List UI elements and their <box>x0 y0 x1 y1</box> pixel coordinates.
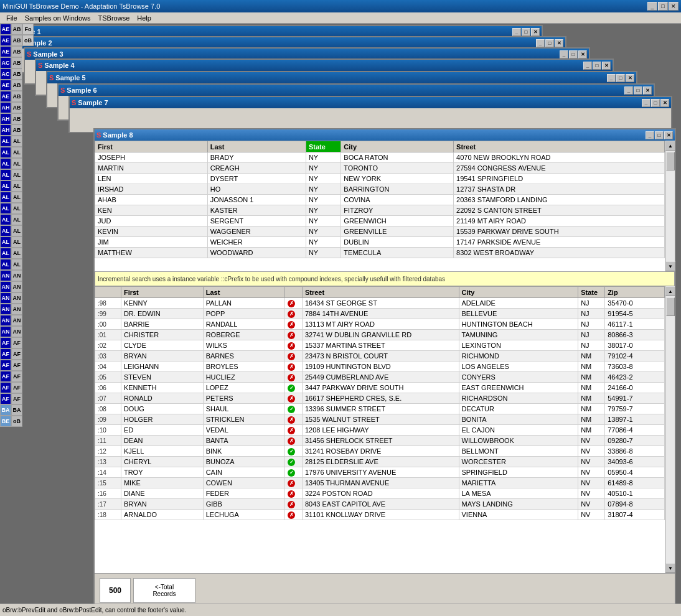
cell-last: SHAUL <box>203 404 285 414</box>
cell-city: HUNTINGTON BEACH <box>459 319 578 330</box>
upper-table-row[interactable]: KEN KASTER NY FITZROY 22092 S CANTON STR… <box>95 205 665 216</box>
lower-table-row[interactable]: :98 KENNY PALLAN ✗ 16434 ST GEORGE ST AD… <box>95 298 665 309</box>
cell-state: NV <box>578 510 605 520</box>
cell-last: BUNOZA <box>203 457 285 467</box>
scroll-down-btn[interactable]: ▼ <box>665 261 675 271</box>
maximize-button[interactable]: □ <box>658 2 668 11</box>
cell-last: WOODWARD <box>207 248 306 258</box>
upper-table-row[interactable]: LEN DYSERT NY NEW YORK 19541 SPRINGFIELD <box>95 174 665 184</box>
lower-table-row[interactable]: :14 TROY CAIN ✓ 17976 UNIVERSITY AVENUE … <box>95 467 665 478</box>
cell-street: 25449 CUMBERLAND AVE <box>302 372 459 383</box>
lower-scroll-up[interactable]: ▲ <box>665 286 675 296</box>
s4-min[interactable]: _ <box>583 62 592 70</box>
scroll-up-btn[interactable]: ▲ <box>665 141 675 151</box>
upper-table-row[interactable]: JOSEPH BRADY NY BOCA RATON 4070 NEW BROO… <box>95 152 665 163</box>
s4-close[interactable]: ✕ <box>602 62 611 70</box>
s1-min[interactable]: _ <box>512 28 521 36</box>
lower-table-row[interactable]: :16 DIANE FEDER ✗ 3224 POSTON ROAD LA ME… <box>95 488 665 499</box>
lower-table-row[interactable]: :06 KENNETH LOPEZ ✓ 3447 PARKWAY DRIVE S… <box>95 383 665 393</box>
s2-max[interactable]: □ <box>545 39 554 47</box>
lower-table-row[interactable]: :15 MIKE COWEN ✗ 13405 THURMAN AVENUE MA… <box>95 478 665 488</box>
s3-min[interactable]: _ <box>560 50 568 58</box>
no-icon: ✗ <box>288 353 295 360</box>
menu-tsbrowse[interactable]: TSBrowse <box>95 14 134 22</box>
upper-table-row[interactable]: JIM WEICHER NY DUBLIN 17147 PARKSIDE AVE… <box>95 237 665 248</box>
menu-help[interactable]: Help <box>133 14 155 22</box>
lower-scroll-thumb[interactable] <box>666 297 675 316</box>
cell-last: ROBERGE <box>203 330 285 340</box>
lower-table-row[interactable]: :09 HOLGER STRICKLEN ✗ 1535 WALNUT STREE… <box>95 414 665 425</box>
upper-table-row[interactable]: MATTHEW WOODWARD NY TEMECULA 8302 WEST B… <box>95 248 665 258</box>
s3-max[interactable]: □ <box>569 50 578 58</box>
close-button[interactable]: ✕ <box>669 2 679 11</box>
lower-table-row[interactable]: :01 CHRISTER ROBERGE ✗ 32741 W DUBLIN GR… <box>95 330 665 340</box>
cell-zip: 46423-2 <box>605 372 665 383</box>
no-icon: ✗ <box>288 437 295 445</box>
s1-close[interactable]: ✕ <box>531 28 540 36</box>
lower-scrollbar[interactable]: ▲ ▼ <box>665 286 675 573</box>
upper-table-row[interactable]: IRSHAD HO NY BARRINGTON 12737 SHASTA DR <box>95 184 665 195</box>
cell-state: NV <box>578 478 605 488</box>
cell-ok: ✓ <box>285 457 303 467</box>
s5-max[interactable]: □ <box>616 74 625 82</box>
s5-min[interactable]: _ <box>607 74 616 82</box>
cell-street: 7884 14TH AVENUE <box>302 309 459 319</box>
lower-scroll-down[interactable]: ▼ <box>665 563 675 573</box>
lower-table-row[interactable]: :05 STEVEN HUCLIEZ ✗ 25449 CUMBERLAND AV… <box>95 372 665 383</box>
lower-table-row[interactable]: :99 DR. EDWIN POPP ✗ 7884 14TH AVENUE BE… <box>95 309 665 319</box>
scroll-thumb[interactable] <box>666 152 675 170</box>
s6-close[interactable]: ✕ <box>643 86 652 95</box>
menu-samples[interactable]: Samples on Windows <box>21 14 95 22</box>
upper-scrollbar[interactable]: ▲ ▼ <box>665 141 675 271</box>
cell-city: SPRINGFIELD <box>459 467 578 478</box>
cell-ok: ✗ <box>285 309 303 319</box>
upper-table-row[interactable]: JUD SERGENT NY GREENWICH 21149 MT AIRY R… <box>95 216 665 226</box>
lower-table-row[interactable]: :00 BARRIE RANDALL ✗ 13113 MT AIRY ROAD … <box>95 319 665 330</box>
s8-close[interactable]: ✕ <box>664 131 673 139</box>
s4-max[interactable]: □ <box>593 62 601 70</box>
lower-table-row[interactable]: :08 DOUG SHAUL ✓ 13396 SUMMER STREET DEC… <box>95 404 665 414</box>
s6-max[interactable]: □ <box>634 86 642 95</box>
cell-first: KEN <box>95 205 208 216</box>
cell-last: SERGENT <box>207 216 306 226</box>
upper-table-row[interactable]: KEVIN WAGGENER NY GREENVILLE 15539 PARKW… <box>95 226 665 237</box>
cell-zip: 91954-5 <box>605 309 665 319</box>
lower-table-row[interactable]: :12 KJELL BINK ✓ 31241 ROSEBAY DRIVE BEL… <box>95 446 665 457</box>
lower-table-scroll[interactable]: First Last Street City State Zip :98 KEN… <box>95 286 665 573</box>
upper-table-row[interactable]: MARTIN CREAGH NY TORONTO 27594 CONGRESS … <box>95 163 665 174</box>
cell-street: 17976 UNIVERSITY AVENUE <box>302 467 459 478</box>
cell-ok: ✓ <box>285 383 303 393</box>
s7-min[interactable]: _ <box>642 99 650 107</box>
lower-table-row[interactable]: :07 RONALD PETERS ✗ 16617 SHEPHERD CRES,… <box>95 393 665 404</box>
cell-street: 13396 SUMMER STREET <box>302 404 459 414</box>
lower-table-row[interactable]: :11 DEAN BANTA ✗ 31456 SHERLOCK STREET W… <box>95 436 665 446</box>
cell-street: 4070 NEW BROOKLYN ROAD <box>454 152 665 163</box>
main-window: MiniGUI TsBrowse Demo - Adaptation TsBro… <box>0 0 681 616</box>
lower-table-row[interactable]: :10 ED VEDAL ✗ 1208 LEE HIGHWAY EL CAJON… <box>95 425 665 436</box>
lower-table-row[interactable]: :03 BRYAN BARNES ✗ 23473 N BRISTOL COURT… <box>95 351 665 362</box>
s6-min[interactable]: _ <box>624 86 633 95</box>
upper-table-row[interactable]: AHAB JONASSON 1 NY COVINA 20363 STAMFORD… <box>95 195 665 205</box>
cell-zip: 79759-7 <box>605 404 665 414</box>
cell-city: BELLMONT <box>459 446 578 457</box>
lower-table-row[interactable]: :04 LEIGHANN BROYLES ✗ 19109 HUNTINGTON … <box>95 362 665 372</box>
lower-table-row[interactable]: :13 CHERYL BUNOZA ✓ 28125 ELDERSLIE AVE … <box>95 457 665 467</box>
menu-file[interactable]: File <box>2 14 21 22</box>
minimize-button[interactable]: _ <box>647 2 657 11</box>
s1-max[interactable]: □ <box>522 28 530 36</box>
s2-min[interactable]: _ <box>536 39 545 47</box>
lower-table-row[interactable]: :17 BRYAN GIBB ✗ 8043 EAST CAPITOL AVE M… <box>95 499 665 510</box>
s3-close[interactable]: ✕ <box>578 50 587 58</box>
sample7-window: SSample 7 _□✕ <box>68 96 672 133</box>
no-icon: ✗ <box>288 416 295 424</box>
lower-table-row[interactable]: :18 ARNALDO LECHUGA ✗ 31101 KNOLLWAY DRI… <box>95 510 665 520</box>
cell-first: STEVEN <box>121 372 203 383</box>
s7-close[interactable]: ✕ <box>660 99 669 107</box>
s7-max[interactable]: □ <box>651 99 660 107</box>
s8-max[interactable]: □ <box>655 131 664 139</box>
s2-close[interactable]: ✕ <box>555 39 563 47</box>
s5-close[interactable]: ✕ <box>626 74 634 82</box>
cell-zip: 80866-3 <box>605 330 665 340</box>
lower-table-row[interactable]: :02 CLYDE WILKS ✗ 15337 MARTINA STREET L… <box>95 340 665 351</box>
s8-min[interactable]: _ <box>646 131 654 139</box>
